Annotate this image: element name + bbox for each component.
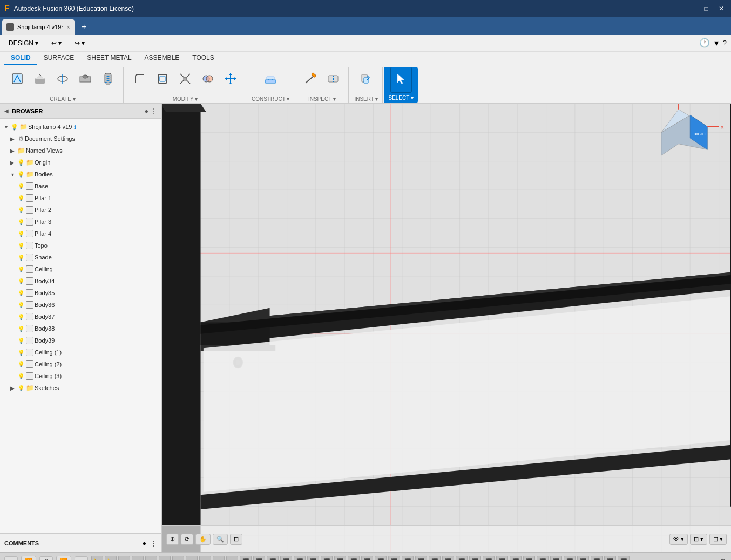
base-eye[interactable]: 💡 (17, 182, 25, 190)
maximize-button[interactable]: □ (701, 3, 712, 14)
tree-body-body36[interactable]: 💡 Body36 (0, 299, 161, 311)
timeline-icon[interactable]: ⬛ (483, 556, 495, 561)
timeline-icon[interactable]: ⬛ (442, 556, 454, 561)
comments-options-icon[interactable]: ● (143, 539, 146, 547)
tab-assemble[interactable]: ASSEMBLE (138, 52, 186, 65)
tab-close-button[interactable]: × (67, 24, 70, 30)
timeline-icon[interactable]: ⬛ (429, 556, 441, 561)
timeline-icon[interactable]: ▬ (199, 556, 211, 561)
tree-body-body35[interactable]: 💡 Body35 (0, 287, 161, 299)
body39-eye[interactable]: 💡 (17, 337, 25, 344)
help-button[interactable]: ? (723, 39, 727, 47)
timeline-icon[interactable]: ▬ (172, 556, 184, 561)
tree-body-ceiling2[interactable]: 💡 Ceiling (2) (0, 358, 161, 370)
topo-eye[interactable]: 💡 (17, 242, 25, 249)
new-sketch-button[interactable] (6, 67, 28, 93)
timeline-icon[interactable]: ▬ (226, 556, 238, 561)
timeline-icon[interactable]: ▬ (118, 556, 130, 561)
tree-body-body37[interactable]: 💡 Body37 (0, 311, 161, 323)
timeline-icon[interactable]: ⬛ (348, 556, 360, 561)
tree-body-topo[interactable]: 💡 Topo (0, 240, 161, 251)
timeline-icon[interactable]: ⬛ (415, 556, 427, 561)
timeline-icon[interactable]: ⬛ (321, 556, 333, 561)
fillet-button[interactable] (129, 67, 151, 93)
ceiling2-eye[interactable]: 💡 (17, 360, 25, 368)
timeline-icon[interactable]: ⬛ (456, 556, 468, 561)
anim-next-button[interactable]: ⏩ (56, 556, 71, 560)
timeline-icon[interactable]: ⬛ (537, 556, 549, 561)
viewport[interactable]: RIGHT Z X ⊕ ⟳ ✋ 🔍 ⊡ 👁 ▾ ⊞ ▾ ⊟ ▾ (162, 104, 731, 552)
undo-button[interactable]: ↩ ▾ (47, 38, 66, 48)
timeline-icon[interactable]: ⬛ (469, 556, 481, 561)
tree-body-body38[interactable]: 💡 Body38 (0, 323, 161, 334)
scale-button[interactable] (174, 67, 196, 93)
minimize-button[interactable]: ─ (686, 3, 696, 14)
body34-eye[interactable]: 💡 (17, 277, 25, 285)
anim-first-button[interactable]: ⏮ (4, 556, 18, 561)
timeline-icon[interactable]: ⬛ (577, 556, 589, 561)
tree-body-base[interactable]: 💡 Base (0, 180, 161, 192)
browser-more-icon[interactable]: ⋮ (151, 107, 157, 115)
new-tab-button[interactable]: + (77, 19, 92, 35)
select-button[interactable] (390, 67, 412, 93)
document-tab[interactable]: Shoji lamp 4 v19° × (2, 19, 75, 35)
tree-body-ceiling[interactable]: 💡 Ceiling (0, 263, 161, 275)
tab-sheet-metal[interactable]: SHEET METAL (80, 52, 138, 65)
timeline-icon[interactable]: ⬛ (280, 556, 292, 561)
tab-surface[interactable]: SURFACE (37, 52, 81, 65)
timeline-icon[interactable]: ⬛ (564, 556, 576, 561)
collapse-sidebar-icon[interactable]: ◀ (4, 108, 9, 114)
measure-button[interactable] (300, 67, 321, 93)
tree-root[interactable]: ▾ 💡 📁 Shoji lamp 4 v19 ℹ (0, 121, 161, 133)
viewport-pan-button[interactable]: ✋ (195, 534, 211, 545)
tree-body-ceiling1[interactable]: 💡 Ceiling (1) (0, 346, 161, 358)
viewport-orbit-button[interactable]: ⟳ (181, 534, 193, 545)
tree-named-views[interactable]: ▶ 📁 Named Views (0, 145, 161, 156)
timeline-icon[interactable]: 📐 (91, 556, 103, 561)
viewport-fit-button[interactable]: ⊡ (230, 534, 242, 545)
ceiling1-eye[interactable]: 💡 (17, 349, 25, 356)
anim-prev-button[interactable]: ⏪ (21, 556, 36, 560)
tree-bodies[interactable]: ▾ 💡 📁 Bodies (0, 168, 161, 180)
tree-origin[interactable]: ▶ 💡 📁 Origin (0, 156, 161, 168)
revolve-button[interactable] (52, 67, 73, 93)
offset-plane-button[interactable] (260, 67, 281, 93)
body37-eye[interactable]: 💡 (17, 313, 25, 320)
timeline-icon[interactable]: ⬛ (618, 556, 630, 561)
timeline-icon[interactable]: ▬ (145, 556, 157, 561)
sketches-eye[interactable]: 💡 (17, 384, 25, 392)
viewport-zoom-button[interactable]: 🔍 (213, 534, 228, 545)
close-button[interactable]: ✕ (716, 3, 727, 14)
tree-body-body34[interactable]: 💡 Body34 (0, 275, 161, 287)
settings-icon[interactable]: ▾ (714, 38, 719, 48)
tree-root-eye[interactable]: 💡 (11, 123, 18, 131)
viewport-grid-button[interactable]: ⊞ ▾ (690, 534, 707, 545)
tab-tools[interactable]: TOOLS (186, 52, 220, 65)
move-copy-button[interactable] (220, 67, 241, 93)
timeline-icon[interactable]: ▬ (213, 556, 225, 561)
timeline-icon[interactable]: ▬ (132, 556, 144, 561)
shade-eye[interactable]: 💡 (17, 254, 25, 261)
anim-last-button[interactable]: ⏭ (75, 556, 88, 561)
pilar3-eye[interactable]: 💡 (17, 218, 25, 226)
timeline-icon[interactable]: ⬛ (496, 556, 508, 561)
history-icon[interactable]: 🕐 (699, 38, 710, 48)
origin-arrow[interactable]: ▶ (9, 159, 16, 166)
timeline-icon[interactable]: ⬛ (402, 556, 414, 561)
browser-options-icon[interactable]: ● (145, 107, 148, 115)
timeline-icon[interactable]: ⬛ (267, 556, 279, 561)
design-menu-button[interactable]: DESIGN ▾ (4, 38, 43, 48)
hole-button[interactable] (75, 67, 96, 93)
tree-sketches[interactable]: ▶ 💡 📁 Sketches (0, 382, 161, 394)
origin-eye[interactable]: 💡 (17, 159, 25, 166)
body35-eye[interactable]: 💡 (17, 289, 25, 297)
doc-settings-arrow[interactable]: ▶ (9, 135, 16, 142)
pilar1-eye[interactable]: 💡 (17, 194, 25, 202)
sketches-arrow[interactable]: ▶ (9, 384, 16, 392)
body36-eye[interactable]: 💡 (17, 301, 25, 309)
timeline-icon[interactable]: ⬛ (334, 556, 346, 561)
tree-body-ceiling3[interactable]: 💡 Ceiling (3) (0, 370, 161, 382)
timeline-icon[interactable]: ⬛ (388, 556, 400, 561)
combine-button[interactable] (197, 67, 219, 93)
tree-body-pilar3[interactable]: 💡 Pilar 3 (0, 216, 161, 228)
